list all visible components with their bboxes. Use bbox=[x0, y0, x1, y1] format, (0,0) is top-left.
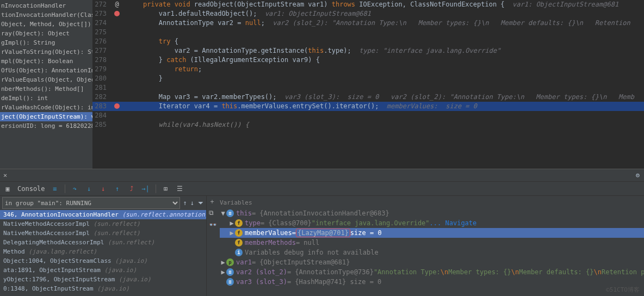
gutter[interactable] bbox=[109, 111, 125, 120]
stack-frame[interactable]: NativeMethodAccessorImpl (sun.reflect) bbox=[0, 219, 206, 229]
structure-item[interactable]: nberMethods(): Method[] bbox=[0, 84, 92, 94]
gutter[interactable] bbox=[109, 55, 125, 65]
line-number[interactable]: 282 bbox=[92, 92, 109, 102]
thread-selector[interactable]: in group "main": RUNNING bbox=[2, 197, 180, 209]
line-number[interactable]: 284 bbox=[92, 111, 109, 120]
code-line[interactable]: 272@ private void readObject(ObjectInput… bbox=[92, 0, 644, 9]
structure-panel[interactable]: nInvocationHandlertionInvocationHandler(… bbox=[0, 0, 92, 169]
structure-item[interactable]: ersionUID: long = 618202288 bbox=[0, 121, 92, 131]
console-tab[interactable]: Console bbox=[17, 185, 45, 193]
gutter[interactable] bbox=[109, 74, 125, 83]
line-number[interactable]: 275 bbox=[92, 28, 109, 37]
structure-item[interactable]: gImpl(): String bbox=[0, 38, 92, 47]
line-number[interactable]: 272 bbox=[92, 0, 109, 9]
line-number[interactable]: 273 bbox=[92, 9, 109, 18]
line-number[interactable]: 276 bbox=[92, 37, 109, 46]
breakpoint-icon[interactable] bbox=[114, 11, 120, 16]
line-number[interactable]: 283 bbox=[92, 102, 109, 111]
expand-icon[interactable]: ▶ bbox=[228, 219, 235, 227]
new-watch-icon[interactable]: ＋ bbox=[209, 197, 218, 206]
code-line[interactable]: 275 bbox=[92, 28, 644, 37]
gear-icon[interactable]: ⚙ bbox=[636, 171, 640, 179]
threads-icon[interactable]: ≡ bbox=[51, 184, 59, 193]
gutter[interactable]: @ bbox=[109, 0, 125, 9]
line-number[interactable]: 285 bbox=[92, 120, 109, 130]
line-number[interactable]: 281 bbox=[92, 83, 109, 92]
code-editor[interactable]: 272@ private void readObject(ObjectInput… bbox=[92, 0, 644, 169]
code-line[interactable]: 284 bbox=[92, 111, 644, 120]
var-name: memberValues bbox=[245, 229, 292, 237]
debugger-tab-icon[interactable]: ▣ bbox=[3, 184, 12, 193]
frames-list[interactable]: 346, AnnotationInvocationHandler (sun.re… bbox=[0, 210, 206, 296]
code-line[interactable]: 279 return; bbox=[92, 65, 644, 74]
code-line[interactable]: 273 var1.defaultReadObject(); var1: Obje… bbox=[92, 9, 644, 18]
structure-item[interactable]: rValueToString(Object): String bbox=[0, 47, 92, 57]
filter-icon[interactable]: ⏷ bbox=[197, 199, 204, 207]
stack-frame[interactable]: 346, AnnotationInvocationHandler (sun.re… bbox=[0, 210, 206, 219]
line-number[interactable]: 278 bbox=[92, 55, 109, 65]
structure-item[interactable]: tionInvocationHandler(Class< bbox=[0, 10, 92, 20]
gutter[interactable] bbox=[109, 18, 125, 28]
run-to-cursor-icon[interactable]: →| bbox=[141, 184, 150, 193]
prev-frame-icon[interactable]: ↑ bbox=[183, 199, 187, 207]
force-step-into-icon[interactable]: ↓ bbox=[99, 184, 108, 193]
drop-frame-icon[interactable]: ⤴ bbox=[127, 184, 136, 193]
expand-icon[interactable]: ▶ bbox=[228, 229, 235, 237]
step-out-icon[interactable]: ↑ bbox=[113, 184, 122, 193]
gutter[interactable] bbox=[109, 83, 125, 92]
expand-icon[interactable]: ▶ bbox=[220, 258, 226, 266]
stack-frame[interactable]: NativeMethodAccessorImpl (sun.reflect) bbox=[0, 229, 206, 238]
step-over-icon[interactable]: ↷ bbox=[71, 184, 79, 193]
expand-icon[interactable]: ▶ bbox=[220, 268, 226, 276]
structure-item[interactable]: ject(ObjectInputStream): void bbox=[0, 112, 92, 121]
evaluate-icon[interactable]: ⊞ bbox=[162, 184, 170, 193]
stack-frame[interactable]: 0:1348, ObjectInputStream (java.io) bbox=[0, 284, 206, 293]
step-into-icon[interactable]: ↓ bbox=[85, 184, 94, 193]
line-number[interactable]: 274 bbox=[92, 18, 109, 28]
stack-frame[interactable]: yObject:1796, ObjectInputStream (java.io… bbox=[0, 275, 206, 284]
stack-frame[interactable]: DelegatingMethodAccessorImpl (sun.reflec… bbox=[0, 238, 206, 247]
gutter[interactable] bbox=[109, 9, 125, 18]
code-line[interactable]: 283 Iterator var4 = this.memberValues.en… bbox=[92, 102, 644, 111]
code-line[interactable]: 285 while(var4.hasNext()) { bbox=[92, 120, 644, 130]
next-frame-icon[interactable]: ↓ bbox=[190, 199, 194, 207]
gutter[interactable] bbox=[109, 28, 125, 37]
expand-icon[interactable]: ▼ bbox=[220, 209, 226, 217]
code-line[interactable]: 280 } bbox=[92, 74, 644, 83]
navigate-link[interactable]: ... Navigate bbox=[430, 219, 477, 227]
code-line[interactable]: 278 } catch (IllegalArgumentException va… bbox=[92, 55, 644, 65]
code-line[interactable]: 276 try { bbox=[92, 37, 644, 46]
structure-item[interactable]: rValueEquals(Object, Object) bbox=[0, 75, 92, 84]
line-number[interactable]: 280 bbox=[92, 74, 109, 83]
structure-item[interactable]: deImpl(): int bbox=[0, 94, 92, 103]
structure-item[interactable]: Object, Method, Object[]): Ob bbox=[0, 20, 92, 29]
stack-frame[interactable]: Object:1004, ObjectStreamClass (java.io) bbox=[0, 256, 206, 266]
code-line[interactable]: 282 Map var3 = var2.memberTypes(); var3 … bbox=[92, 92, 644, 102]
gutter[interactable] bbox=[109, 102, 125, 111]
copy-icon[interactable]: ⧉ bbox=[209, 209, 218, 218]
stack-frame[interactable]: ata:1891, ObjectInputStream (java.io) bbox=[0, 266, 206, 275]
structure-item[interactable]: nInvocationHandler bbox=[0, 1, 92, 10]
glasses-icon[interactable]: 👓 bbox=[209, 221, 218, 230]
object-icon: ≡ bbox=[226, 268, 234, 276]
gutter[interactable] bbox=[109, 120, 125, 130]
breakpoint-icon[interactable] bbox=[114, 103, 120, 109]
structure-item[interactable]: OfUs(Object): AnnotationInvoc bbox=[0, 66, 92, 75]
code-line[interactable]: 274 AnnotationType var2 = null; var2 (sl… bbox=[92, 18, 644, 28]
close-icon[interactable]: ✕ bbox=[3, 171, 7, 179]
trace-icon[interactable]: ☰ bbox=[176, 184, 184, 193]
stack-frame[interactable]: Method (java.lang.reflect) bbox=[0, 247, 206, 256]
selected-variable[interactable]: ▶ f memberValues = {LazyMap@701} size = … bbox=[220, 228, 644, 238]
code-line[interactable]: 281 bbox=[92, 83, 644, 92]
gutter[interactable] bbox=[109, 65, 125, 74]
gutter[interactable] bbox=[109, 46, 125, 55]
gutter[interactable] bbox=[109, 92, 125, 102]
variables-tree[interactable]: Variables ▼ ≡ this = {AnnotationInvocati… bbox=[220, 196, 644, 296]
gutter[interactable] bbox=[109, 37, 125, 46]
code-line[interactable]: 277 var2 = AnnotationType.getInstance(th… bbox=[92, 46, 644, 55]
structure-item[interactable]: ray(Object): Object bbox=[0, 29, 92, 38]
line-number[interactable]: 277 bbox=[92, 46, 109, 55]
structure-item[interactable]: rValueHashCode(Object): int bbox=[0, 103, 92, 112]
structure-item[interactable]: mpl(Object): Boolean bbox=[0, 57, 92, 66]
line-number[interactable]: 279 bbox=[92, 65, 109, 74]
